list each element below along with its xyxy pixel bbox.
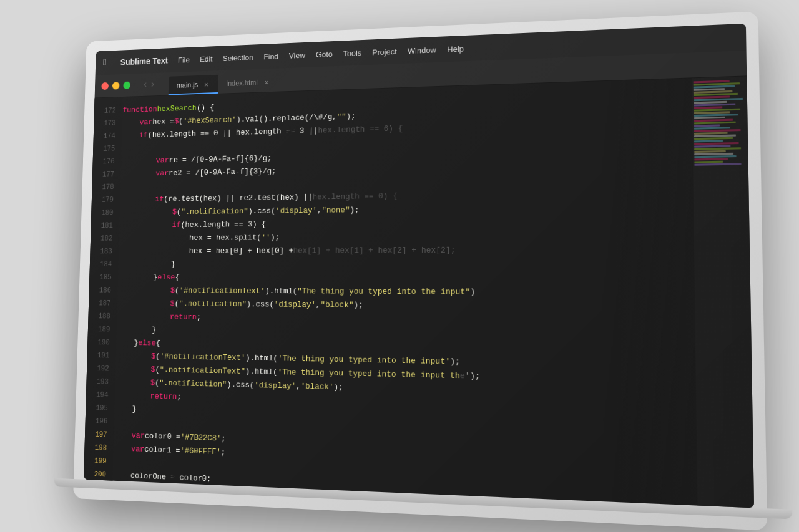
line-num-198: 198 xyxy=(95,441,107,455)
line-num-184: 184 xyxy=(100,258,112,271)
line-num-177: 177 xyxy=(102,168,115,181)
traffic-lights xyxy=(101,81,130,90)
minimap-line xyxy=(694,163,742,165)
tab-main-js-close[interactable]: ✕ xyxy=(202,80,210,89)
minimap-line xyxy=(694,106,722,109)
line-num-178: 178 xyxy=(102,180,114,193)
line-num-195: 195 xyxy=(96,401,108,415)
minimap-line xyxy=(694,140,723,142)
line-num-191: 191 xyxy=(97,349,110,362)
line-num-188: 188 xyxy=(98,309,110,322)
line-num-200: 200 xyxy=(94,468,106,481)
line-num-202: 202 xyxy=(93,494,105,508)
line-num-190: 190 xyxy=(97,336,110,349)
minimap-line xyxy=(694,145,731,147)
line-num-176: 176 xyxy=(102,155,115,168)
line-num-172: 172 xyxy=(104,104,116,117)
minimap-line xyxy=(694,155,736,157)
line-num-197: 197 xyxy=(95,428,107,442)
line-num-183: 183 xyxy=(100,245,112,258)
code-content: function hexSearch() { var hex = $('#hex… xyxy=(113,78,698,505)
line-num-189: 189 xyxy=(98,322,110,336)
tabs-container: main.js ✕ index.html ✕ xyxy=(169,68,279,95)
line-num-173: 173 xyxy=(104,117,115,130)
line-num-194: 194 xyxy=(96,388,109,402)
minimap xyxy=(692,76,754,508)
code-line-184: } xyxy=(119,257,695,271)
line-num-185: 185 xyxy=(99,271,112,284)
close-button[interactable] xyxy=(101,82,109,89)
menu-selection[interactable]: Selection xyxy=(223,52,253,62)
minimap-line xyxy=(694,152,733,155)
line-num-192: 192 xyxy=(97,362,109,375)
line-num-187: 187 xyxy=(99,297,111,310)
nav-arrows: ‹ › xyxy=(142,79,155,89)
line-num-181: 181 xyxy=(101,219,114,232)
line-num-196: 196 xyxy=(96,415,108,428)
menu-view[interactable]: View xyxy=(289,50,305,59)
minimap-line xyxy=(694,124,720,127)
menu-help[interactable]: Help xyxy=(447,44,464,54)
tab-main-js-label: main.js xyxy=(177,80,199,89)
minimap-line xyxy=(694,150,725,152)
line-num-186: 186 xyxy=(99,284,112,297)
code-line-183: hex = hex[0] + hex[0] + hex[1] + hex[1] … xyxy=(119,243,694,258)
menu-goto[interactable]: Goto xyxy=(316,49,333,58)
line-num-174: 174 xyxy=(104,130,116,143)
tab-main-js[interactable]: main.js ✕ xyxy=(169,74,218,95)
line-num-179: 179 xyxy=(102,193,114,206)
minimap-line xyxy=(694,116,725,118)
minimize-button[interactable] xyxy=(112,82,120,89)
menu-app-name[interactable]: Sublime Text xyxy=(120,56,168,67)
tab-index-html-close[interactable]: ✕ xyxy=(262,78,270,87)
tab-index-html-label: index.html xyxy=(226,78,258,87)
line-num-182: 182 xyxy=(100,232,113,245)
minimap-line xyxy=(694,160,723,163)
menu-file[interactable]: File xyxy=(178,55,190,64)
screen:  Sublime Text File Edit Selection Find … xyxy=(84,23,754,508)
menu-tools[interactable]: Tools xyxy=(343,48,361,58)
menu-edit[interactable]: Edit xyxy=(200,54,213,63)
minimap-line xyxy=(694,132,728,134)
tab-index-html[interactable]: index.html ✕ xyxy=(218,72,278,94)
menu-project[interactable]: Project xyxy=(372,46,396,56)
code-line-185: } else { xyxy=(118,271,695,286)
forward-arrow-icon[interactable]: › xyxy=(150,79,155,89)
apple-logo-icon:  xyxy=(103,57,109,68)
minimap-content xyxy=(692,76,748,169)
laptop:  Sublime Text File Edit Selection Find … xyxy=(73,11,767,530)
line-num-199: 199 xyxy=(94,454,107,468)
line-num-175: 175 xyxy=(103,142,115,155)
maximize-button[interactable] xyxy=(123,81,130,89)
menu-find[interactable]: Find xyxy=(263,51,278,60)
minimap-line xyxy=(694,158,728,160)
editor-area: 172 173 174 175 176 177 178 179 180 181 … xyxy=(84,76,754,508)
menu-window[interactable]: Window xyxy=(408,45,436,55)
line-num-193: 193 xyxy=(96,375,109,389)
line-num-180: 180 xyxy=(101,206,114,220)
back-arrow-icon[interactable]: ‹ xyxy=(142,79,148,90)
